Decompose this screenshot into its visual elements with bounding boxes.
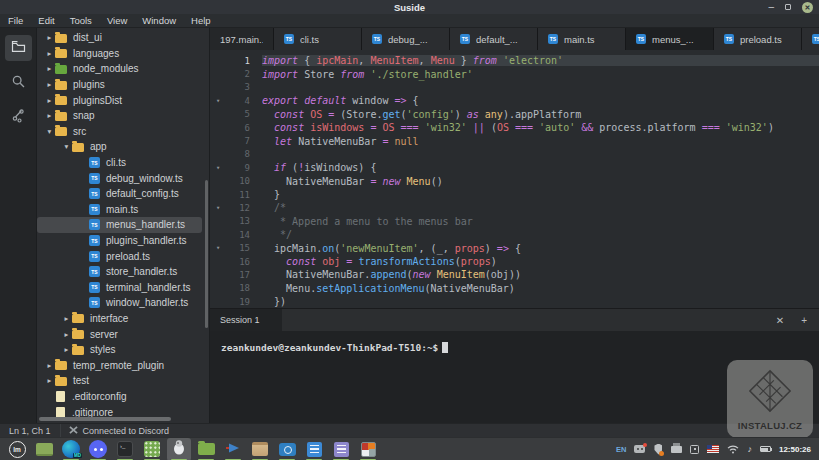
- fold-arrow-icon[interactable]: ▾: [210, 244, 226, 252]
- code-line-7[interactable]: 7 let NativeMenuBar = null: [210, 134, 819, 147]
- minimize-button[interactable]: –: [768, 4, 774, 10]
- tree-item-languages[interactable]: ▸languages: [37, 46, 202, 62]
- line-number: 19: [226, 297, 250, 307]
- tree-item-plugins[interactable]: ▸plugins: [37, 77, 202, 93]
- cursor-position[interactable]: Ln 1, Ch 1: [0, 424, 61, 437]
- file-manager-button[interactable]: [194, 438, 218, 460]
- code-line-12[interactable]: ▾12 /*: [210, 201, 819, 214]
- terminal-add-button[interactable]: +: [801, 315, 807, 326]
- tree-item-dist-ui[interactable]: ▸dist_ui: [37, 30, 202, 46]
- tab-debug[interactable]: TSdebug_...: [362, 28, 450, 50]
- tab-preload-ts[interactable]: TSpreload.ts: [714, 28, 802, 50]
- explorer-button[interactable]: [5, 35, 32, 61]
- tree-vertical-scrollbar[interactable]: [205, 180, 208, 328]
- tree-item-node-modules[interactable]: ▸node_modules: [37, 61, 202, 77]
- music-tray-icon[interactable]: ♪: [747, 445, 752, 454]
- tab-overflow[interactable]: TS: [802, 28, 819, 50]
- search-button[interactable]: [5, 70, 32, 96]
- code-line-4[interactable]: ▾4export default window => {: [210, 94, 819, 107]
- tree-item-interface[interactable]: ▸interface: [37, 311, 202, 327]
- code-line-15[interactable]: ▾15 ipcMain.on('newMenuItem', (_, props)…: [210, 241, 819, 254]
- code-line-11[interactable]: 11 }: [210, 188, 819, 201]
- printer-tray-icon[interactable]: [671, 446, 682, 453]
- menu-view[interactable]: View: [107, 15, 127, 26]
- tree-item-cli-ts[interactable]: TScli.ts: [37, 155, 202, 171]
- discord-status[interactable]: Connected to Discord: [61, 426, 170, 436]
- calculator-button[interactable]: [356, 438, 380, 460]
- tree-item-terminal-handler-ts[interactable]: TSterminal_handler.ts: [37, 280, 202, 296]
- tree-item-debug-window-ts[interactable]: TSdebug_window.ts: [37, 170, 202, 186]
- shield-tray-icon[interactable]: [653, 444, 663, 455]
- plugins-button[interactable]: [5, 105, 32, 131]
- tree-item-pluginsdist[interactable]: ▸pluginsDist: [37, 92, 202, 108]
- code-line-9[interactable]: ▾9 if (!isWindows) {: [210, 161, 819, 174]
- tree-item-editorconfig[interactable]: .editorconfig: [37, 389, 202, 405]
- media-app-button[interactable]: [140, 438, 164, 460]
- fold-arrow-icon[interactable]: ▾: [210, 204, 226, 212]
- code-line-10[interactable]: 10 NativeMenuBar = new Menu(): [210, 175, 819, 188]
- tree-item-main-ts[interactable]: TSmain.ts: [37, 202, 202, 218]
- tree-item-default-config-ts[interactable]: TSdefault_config.ts: [37, 186, 202, 202]
- screenshot-tool-button[interactable]: [275, 438, 299, 460]
- maximize-button[interactable]: [785, 4, 791, 10]
- code-line-16[interactable]: 16 const obj = transformActions(props): [210, 255, 819, 268]
- battery-icon[interactable]: [760, 446, 771, 452]
- terminal-close-button[interactable]: ✕: [776, 315, 784, 326]
- mint-menu-button[interactable]: lm: [5, 438, 29, 460]
- tree-item-snap[interactable]: ▸snap: [37, 108, 202, 124]
- tab-cli-ts[interactable]: TScli.ts: [274, 28, 362, 50]
- notes-app-button[interactable]: [329, 438, 353, 460]
- tree-item-store-handler-ts[interactable]: TSstore_handler.ts: [37, 264, 202, 280]
- tab-197-main[interactable]: 197.main...: [210, 28, 274, 50]
- show-desktop-button[interactable]: [32, 438, 56, 460]
- package-manager-button[interactable]: [248, 438, 272, 460]
- terminal-app-button[interactable]: ›_: [113, 438, 137, 460]
- menu-edit[interactable]: Edit: [38, 15, 54, 26]
- tree-item-src[interactable]: ▾src: [37, 124, 202, 140]
- tab-menus[interactable]: TSmenus_...: [626, 28, 714, 50]
- tab-main-ts[interactable]: TSmain.ts: [538, 28, 626, 50]
- tree-item-plugins-handler-ts[interactable]: TSplugins_handler.ts: [37, 233, 202, 249]
- suside-app-button[interactable]: [167, 438, 191, 460]
- code-line-8[interactable]: 8: [210, 148, 819, 161]
- discord-app-button[interactable]: [86, 438, 110, 460]
- code-line-17[interactable]: 17 NativeMenuBar.append(new MenuItem(obj…: [210, 268, 819, 281]
- dart-app-button[interactable]: [221, 438, 245, 460]
- menu-file[interactable]: File: [8, 15, 23, 26]
- terminal-session-tab[interactable]: Session 1: [210, 309, 282, 331]
- browser-app-button[interactable]: MD: [59, 438, 83, 460]
- code-editor[interactable]: 1import { ipcMain, MenuItem, Menu } from…: [210, 50, 819, 308]
- discord-tray-icon[interactable]: [634, 445, 645, 453]
- text-editor-button[interactable]: [302, 438, 326, 460]
- tree-item-app[interactable]: ▾app: [37, 139, 202, 155]
- wifi-icon[interactable]: [727, 440, 739, 458]
- code-line-3[interactable]: 3: [210, 81, 819, 94]
- menu-window[interactable]: Window: [142, 15, 176, 26]
- close-button[interactable]: ✕: [802, 2, 813, 13]
- tree-item-temp-remote-plugin[interactable]: ▸temp_remote_plugin: [37, 357, 202, 373]
- tree-horizontal-scrollbar[interactable]: [39, 417, 171, 421]
- menu-help[interactable]: Help: [191, 15, 211, 26]
- tree-item-preload-ts[interactable]: TSpreload.ts: [37, 248, 202, 264]
- code-line-5[interactable]: 5 const OS = (Store.get('config') as any…: [210, 108, 819, 121]
- code-line-13[interactable]: 13 * Append a menu to the menus bar: [210, 215, 819, 228]
- tree-item-test[interactable]: ▸test: [37, 373, 202, 389]
- display-tray-icon[interactable]: [690, 445, 699, 454]
- flag-tray-icon[interactable]: [707, 445, 719, 453]
- code-line-6[interactable]: 6 const isWindows = OS === 'win32' || (O…: [210, 121, 819, 134]
- fold-arrow-icon[interactable]: ▾: [210, 97, 226, 105]
- fold-arrow-icon[interactable]: ▾: [210, 164, 226, 172]
- keyboard-layout-indicator[interactable]: EN: [616, 445, 626, 454]
- tree-item-window-handler-ts[interactable]: TSwindow_handler.ts: [37, 295, 202, 311]
- clock[interactable]: 12:50:26: [779, 445, 811, 454]
- menu-tools[interactable]: Tools: [70, 15, 92, 26]
- code-line-14[interactable]: 14 */: [210, 228, 819, 241]
- tree-item-server[interactable]: ▸server: [37, 326, 202, 342]
- tree-item-menus-handler-ts[interactable]: TSmenus_handler.ts: [37, 217, 202, 233]
- tab-default[interactable]: TSdefault_...: [450, 28, 538, 50]
- code-line-1[interactable]: 1import { ipcMain, MenuItem, Menu } from…: [210, 54, 819, 67]
- code-line-2[interactable]: 2import Store from './store_handler': [210, 67, 819, 80]
- code-line-18[interactable]: 18 Menu.setApplicationMenu(NativeMenuBar…: [210, 282, 819, 295]
- code-line-19[interactable]: 19 }): [210, 295, 819, 308]
- tree-item-styles[interactable]: ▸styles: [37, 342, 202, 358]
